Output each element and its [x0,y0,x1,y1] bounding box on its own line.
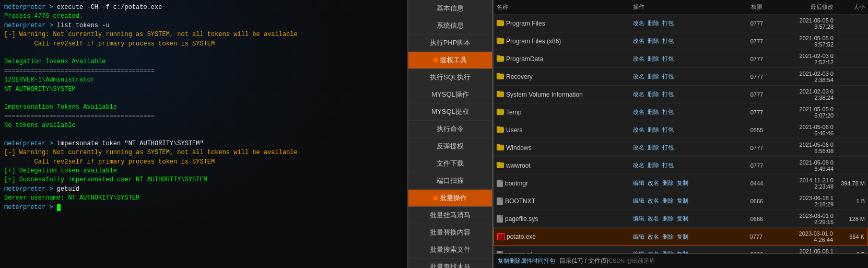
file-icon [497,251,503,254]
nav-item[interactable]: 端口扫描 [408,172,492,190]
action-link[interactable]: 改名 [633,109,644,115]
action-link[interactable]: 删除 [662,197,674,204]
file-perms: 0777 [744,74,769,80]
nav-item[interactable]: 执行SQL执行 [408,69,492,86]
status-action[interactable]: 删除 [509,258,521,264]
action-link[interactable]: 打包 [662,126,674,133]
action-link[interactable]: 删除 [648,55,659,62]
nav-item[interactable]: 批量替换内容 [408,224,492,241]
terminal-line: Server username: NT AUTHORITY\SYSTEM [4,194,403,203]
action-link[interactable]: 复制 [677,197,688,204]
action-link[interactable]: 打包 [662,73,674,79]
nav-item[interactable]: 批量搜索文件 [408,241,492,259]
action-link[interactable]: 改名 [633,73,644,79]
action-link[interactable]: 删除 [648,126,659,133]
action-link[interactable]: 复制 [677,234,688,240]
action-link[interactable]: 编辑 [633,234,644,240]
nav-item[interactable]: 批量查找木马 [408,259,492,268]
file-actions[interactable]: 改名 删除 打包 [631,90,744,98]
action-link[interactable]: 改名 [648,215,659,222]
action-link[interactable]: 删除 [648,144,659,150]
nav-item[interactable]: 执行PHP脚本 [408,34,492,52]
nav-item[interactable]: 执行命令 [408,121,492,138]
action-link[interactable]: 删除 [662,180,674,186]
action-link[interactable]: 删除 [662,215,674,222]
action-link[interactable]: 删除 [648,38,659,44]
file-actions[interactable]: 改名 删除 打包 [631,161,744,169]
terminal-line: ======================================== [4,67,403,76]
nav-item[interactable]: 系统信息 [408,17,492,34]
action-link[interactable]: 删除 [648,91,659,97]
action-link[interactable]: 编辑 [633,180,644,186]
action-link[interactable]: 改名 [633,162,644,168]
file-name: ProgramData [494,55,631,63]
file-actions[interactable]: 编辑 改名 删除 复制 [631,233,744,241]
col-header-name: 名称 [494,3,631,11]
terminal-line: meterpreter > list_tokens -u [4,21,403,30]
folder-icon [497,109,504,115]
nav-item[interactable]: 批量操作 [408,190,492,207]
action-link[interactable]: 编辑 [633,215,644,222]
status-bar: 复制删除属性时间打包目录(17) / 文件(5)CSDN @出颅茅庐 [494,253,868,268]
action-link[interactable]: 打包 [662,55,674,62]
action-link[interactable]: 改名 [648,197,659,204]
action-link[interactable]: 删除 [648,73,659,79]
file-actions[interactable]: 编辑 改名 删除 复制 [631,179,744,187]
nav-item[interactable]: 提权工具 [408,52,492,69]
action-link[interactable]: 改名 [648,234,659,240]
nav-item[interactable]: 基本信息 [408,0,492,17]
action-link[interactable]: 删除 [662,234,674,240]
action-link[interactable]: 打包 [662,144,674,150]
action-link[interactable]: 删除 [648,20,659,26]
nav-item[interactable]: MYSQL提权 [408,103,492,121]
file-actions[interactable]: 改名 删除 打包 [631,144,744,152]
file-size: 664 K [836,234,867,240]
action-link[interactable]: 改名 [633,38,644,44]
file-perms: 0777 [744,162,769,169]
action-link[interactable]: 删除 [648,162,659,168]
nav-item[interactable]: 反弹提权 [408,138,492,155]
action-link[interactable]: 改名 [633,126,644,133]
file-actions[interactable]: 编辑 改名 删除 复制 [631,197,744,205]
action-link[interactable]: 改名 [633,144,644,150]
status-action[interactable]: 打包 [544,258,555,264]
watermark: CSDN @出颅茅庐 [608,258,655,264]
file-rows: 名称 操作 权限 最后修改 大小 Program Files 改名 删除 打包 … [494,0,868,253]
action-link[interactable]: 打包 [662,38,674,44]
file-actions[interactable]: 改名 删除 打包 [631,126,744,134]
file-date: 2021-05-05 06:07:20 [777,106,837,119]
folder-icon [497,20,504,26]
action-link[interactable]: 复制 [677,215,688,222]
action-link[interactable]: 打包 [662,162,674,168]
action-link[interactable]: 打包 [662,109,674,115]
nav-section-label: 提权工具 [440,55,467,65]
file-perms: 0777 [744,109,769,115]
file-actions[interactable]: 编辑 改名 删除 复制 [631,215,744,223]
status-action[interactable]: 属性 [521,258,532,264]
action-link[interactable]: 打包 [662,20,674,26]
nav-item[interactable]: MYSQL操作 [408,86,492,103]
file-actions[interactable]: 改名 删除 打包 [631,19,744,27]
dir-info: 目录(17) / 文件(5) [559,257,608,264]
file-actions[interactable]: 改名 删除 打包 [631,73,744,80]
file-name: Program Files [494,20,631,27]
file-actions[interactable]: 改名 删除 打包 [631,108,744,116]
folder-icon [497,91,504,97]
action-link[interactable]: 删除 [648,109,659,115]
file-actions[interactable]: 改名 删除 打包 [631,37,744,45]
file-perms: 0777 [744,145,769,151]
action-link[interactable]: 编辑 [633,197,644,204]
status-action[interactable]: 复制 [498,258,509,264]
nav-item[interactable]: 文件下载 [408,155,492,172]
nav-item[interactable]: 批量挂马清马 [408,207,492,224]
action-link[interactable]: 改名 [633,20,644,26]
file-actions[interactable]: 改名 删除 打包 [631,55,744,63]
terminal-line: [+] Successfully impersonated user NT AU… [4,176,403,184]
action-link[interactable]: 改名 [633,55,644,62]
action-link[interactable]: 打包 [662,91,674,97]
action-link[interactable]: 改名 [633,91,644,97]
action-link[interactable]: 复制 [677,180,688,186]
action-link[interactable]: 改名 [648,180,659,186]
status-action[interactable]: 时间 [532,258,544,264]
terminal-line: [+] Delegation token available [4,167,403,176]
